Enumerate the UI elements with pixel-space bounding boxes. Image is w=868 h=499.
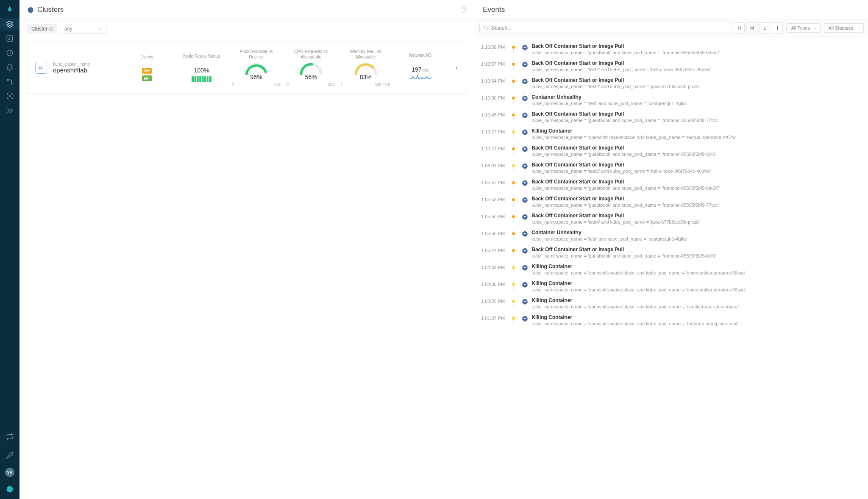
event-row[interactable]: 1:01:37 PMKilling Containerkube_namespac… (479, 312, 862, 329)
nav-gauge-icon[interactable] (0, 47, 19, 59)
event-title: Container Unhealthy (531, 230, 862, 236)
event-title: Killing Container (531, 128, 862, 134)
event-row[interactable]: 1:05:21 PMBack Off Container Start or Im… (479, 244, 862, 261)
event-time: 1:10:27 PM (479, 128, 505, 134)
kubernetes-icon (522, 230, 528, 237)
event-row[interactable]: 1:06:01 PMBack Off Container Start or Im… (479, 159, 862, 176)
event-detail: kube_namespace_name = 'openshift-marketp… (531, 304, 862, 309)
event-row[interactable]: 1:10:21 PMBack Off Container Start or Im… (479, 142, 862, 159)
nav-expand-icon[interactable] (0, 104, 19, 117)
nav-sidebar: VH (0, 0, 19, 499)
user-avatar[interactable]: VH (5, 468, 14, 477)
cpu-label: CPU Requests vs Allocatable (287, 49, 335, 60)
mem-gauge (353, 62, 378, 75)
event-title: Back Off Container Start or Image Pull (531, 247, 862, 252)
event-row[interactable]: 1:04:32 PMKilling Containerkube_namespac… (479, 261, 862, 278)
nav-capture-icon[interactable] (0, 90, 19, 103)
severity-button-h[interactable]: H (734, 22, 745, 33)
event-row[interactable]: 1:04:30 PMKilling Containerkube_namespac… (479, 278, 862, 295)
events-badge-ok: 99+ (142, 75, 152, 81)
kubernetes-icon (522, 197, 528, 203)
event-detail: kube_namespace_name = 'test2' and kube_p… (531, 67, 862, 72)
events-search-input[interactable] (491, 25, 726, 31)
cluster-row[interactable]: CL kube_cluster_name openshiftlab Events… (27, 42, 467, 94)
kubernetes-icon (522, 112, 528, 118)
nav-chart-icon[interactable] (0, 32, 19, 45)
svg-point-33 (524, 233, 526, 235)
event-row[interactable]: 1:05:57 PMBack Off Container Start or Im… (479, 176, 862, 193)
event-detail: kube_namespace_name = 'guestbook' and ku… (531, 202, 862, 208)
svg-point-25 (524, 165, 526, 167)
nav-bell-icon[interactable] (0, 61, 19, 74)
filter-value-dropdown[interactable]: any (60, 24, 106, 34)
event-time: 1:10:50 PM (479, 94, 505, 100)
statuses-filter-dropdown[interactable]: All Statuses (824, 23, 864, 33)
event-row[interactable]: 1:10:58 PMBack Off Container Start or Im… (479, 41, 862, 58)
svg-point-29 (524, 199, 526, 201)
event-row[interactable]: 1:10:54 PMBack Off Container Start or Im… (479, 75, 862, 91)
net-sparkline (409, 74, 431, 81)
event-severity-dot (512, 232, 515, 235)
kubernetes-icon (522, 180, 528, 186)
svg-point-15 (524, 80, 526, 82)
event-time: 1:05:53 PM (479, 196, 505, 202)
event-time: 1:01:37 PM (479, 314, 505, 321)
nav-refresh-icon[interactable] (0, 430, 19, 443)
filter-field-chip[interactable]: Clusteris (27, 24, 57, 33)
event-time: 1:05:21 PM (479, 247, 505, 253)
event-title: Back Off Container Start or Image Pull (531, 43, 862, 49)
event-title: Killing Container (531, 314, 862, 320)
event-detail: kube_namespace_name = 'test4' and kube_p… (531, 84, 862, 89)
event-detail: kube_namespace_name = 'openshift-marketp… (531, 135, 862, 140)
event-severity-dot (512, 164, 515, 167)
help-icon[interactable]: ? (461, 6, 467, 13)
types-filter-dropdown[interactable]: All Types (786, 23, 820, 33)
nav-layers-icon[interactable] (0, 18, 19, 30)
event-time: 1:05:50 PM (479, 213, 505, 219)
events-list[interactable]: 1:10:58 PMBack Off Container Start or Im… (475, 36, 868, 499)
cpu-gauge (299, 62, 323, 75)
severity-button-i[interactable]: I (772, 22, 783, 33)
event-row[interactable]: 1:10:27 PMKilling Containerkube_namespac… (479, 125, 862, 142)
event-title: Back Off Container Start or Image Pull (531, 213, 862, 219)
event-row[interactable]: 1:10:50 PMContainer Unhealthykube_namesp… (479, 91, 862, 108)
svg-marker-0 (7, 21, 13, 25)
severity-button-l[interactable]: L (759, 22, 770, 33)
event-row[interactable]: 1:05:50 PMContainer Unhealthykube_namesp… (479, 227, 862, 244)
kubernetes-icon (27, 6, 34, 13)
kubernetes-icon (522, 44, 528, 50)
nav-topology-icon[interactable] (0, 75, 19, 88)
event-title: Back Off Container Start or Image Pull (531, 179, 862, 185)
event-row[interactable]: 1:10:57 PMBack Off Container Start or Im… (479, 58, 862, 75)
nav-rocket-icon[interactable] (0, 449, 19, 462)
event-row[interactable]: 1:10:45 PMBack Off Container Start or Im… (479, 108, 862, 125)
event-time: 1:10:57 PM (479, 60, 505, 67)
logo-icon[interactable] (0, 3, 19, 16)
event-detail: kube_namespace_name = 'guestbook' and ku… (531, 152, 862, 157)
event-title: Killing Container (531, 280, 862, 286)
event-time: 1:10:54 PM (479, 77, 505, 83)
events-badge-warn: 99+ (142, 68, 152, 74)
mem-label: Memory Req. vs Allocatable (341, 49, 390, 60)
event-severity-dot (512, 300, 515, 303)
kubernetes-icon (522, 78, 528, 84)
nav-chat-icon[interactable] (0, 483, 19, 496)
event-row[interactable]: 1:03:25 PMKilling Containerkube_namespac… (479, 295, 862, 312)
event-severity-dot (512, 80, 515, 83)
event-row[interactable]: 1:05:53 PMBack Off Container Start or Im… (479, 193, 862, 210)
event-severity-dot (512, 317, 515, 320)
event-row[interactable]: 1:05:50 PMBack Off Container Start or Im… (479, 210, 862, 227)
event-title: Back Off Container Start or Image Pull (531, 111, 862, 117)
event-severity-dot (512, 198, 515, 201)
events-search[interactable] (479, 23, 730, 33)
kubernetes-icon (522, 247, 528, 254)
event-title: Back Off Container Start or Image Pull (531, 60, 862, 66)
node-ready-label: Node Ready Status (177, 53, 226, 64)
svg-point-17 (524, 97, 526, 99)
event-title: Killing Container (531, 297, 862, 303)
severity-button-m[interactable]: M (746, 22, 757, 33)
event-severity-dot (512, 283, 515, 286)
kubernetes-icon (522, 315, 528, 322)
cluster-drill-arrow[interactable]: → (451, 63, 459, 72)
event-time: 1:10:21 PM (479, 145, 505, 151)
